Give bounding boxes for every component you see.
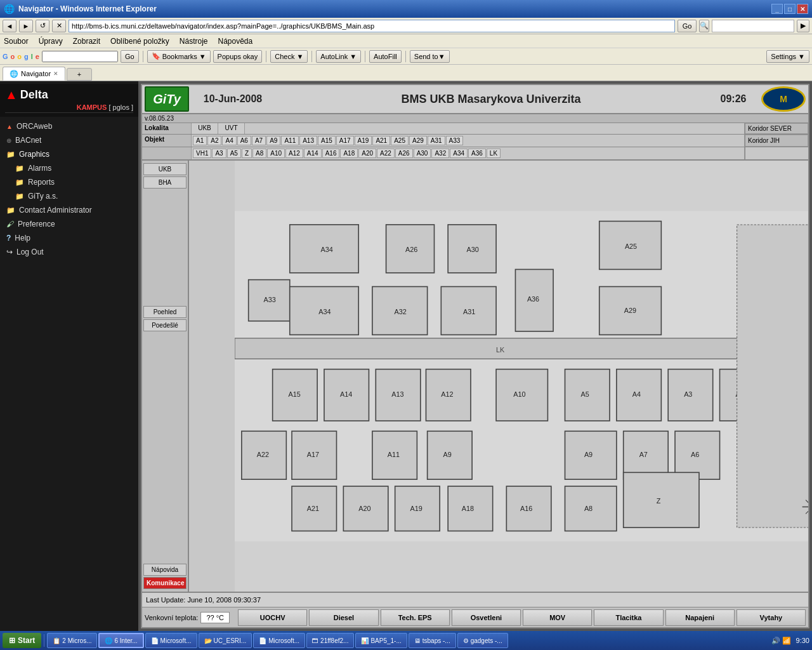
taskbar-app-6[interactable]: 🗔 21ff8ef2... [306,633,354,648]
menu-oblibene[interactable]: Oblíbené položky [110,37,169,46]
obj-a5[interactable]: A5 [227,149,241,158]
autolink-btn[interactable]: AutoLink ▼ [316,50,361,63]
menu-soubor[interactable]: Soubor [4,37,29,46]
obj-a6[interactable]: A6 [237,136,251,145]
sidebar-item-graphics[interactable]: 📁 Graphics [0,147,138,161]
back-button[interactable]: ◄ [3,20,16,32]
btn-mov[interactable]: MOV [523,609,592,626]
taskbar-app-7[interactable]: 📊 BAP5_1-... [355,633,407,648]
title-controls[interactable]: _ □ ✕ [771,4,808,14]
menu-upravy[interactable]: Úpravy [39,37,63,46]
fp-nav-napovida[interactable]: Nápovida [143,564,187,576]
btn-tlacitka[interactable]: Tlacitka [594,609,663,626]
obj-a20[interactable]: A20 [358,149,376,158]
obj-a11[interactable]: A11 [281,136,299,145]
sidebar-item-alarms[interactable]: 📁 Alarms [0,161,138,175]
fp-nav-ukb[interactable]: UKB [143,163,187,175]
url-input[interactable] [69,20,675,32]
obj-a33[interactable]: A33 [446,136,464,145]
btn-tech-eps[interactable]: Tech. EPS [381,609,450,626]
tab-navigator[interactable]: 🌐 Navigator ✕ [3,67,65,81]
obj-a30[interactable]: A30 [414,149,431,158]
sidebar-item-bacnet[interactable]: ⊕ BACnet [0,133,138,147]
fp-nav-bha[interactable]: BHA [143,176,187,189]
obj-a36[interactable]: A36 [468,149,486,158]
taskbar-app-5[interactable]: 📄 Microsoft... [253,633,305,648]
minimize-btn[interactable]: _ [771,4,783,14]
obj-lk[interactable]: LK [487,149,501,158]
sidebar-item-help[interactable]: ? Help [0,231,138,245]
check-btn[interactable]: Check ▼ [270,50,308,63]
obj-a26[interactable]: A26 [395,149,413,158]
obj-vh1[interactable]: VH1 [193,149,211,158]
search-input[interactable] [712,20,794,32]
obj-a29[interactable]: A29 [409,136,427,145]
tab-close-btn[interactable]: ✕ [53,70,58,77]
search-go-button[interactable]: ▶ [797,20,809,32]
menu-nastroje[interactable]: Nástroje [180,37,208,46]
btn-napajeni[interactable]: Napajeni [665,609,735,626]
btn-uochv[interactable]: UOCHV [238,609,307,626]
taskbar-app-3[interactable]: 📄 Microsoft... [145,633,197,648]
obj-a14[interactable]: A14 [304,149,322,158]
close-btn[interactable]: ✕ [797,4,808,14]
obj-a15[interactable]: A15 [318,136,336,145]
go-button[interactable]: Go [678,20,697,32]
fp-nav-komunikace[interactable]: Komunikace [143,577,187,589]
taskbar-app-2[interactable]: 🌐 6 Inter... [98,633,143,648]
obj-a16[interactable]: A16 [322,149,340,158]
new-tab-btn[interactable]: + [67,68,92,81]
sendto-btn[interactable]: Send to▼ [410,50,450,63]
fp-nav-poehled[interactable]: Poehled [143,306,187,318]
obj-a3[interactable]: A3 [212,149,226,158]
taskbar-app-1[interactable]: 📋 2 Micros... [47,633,97,648]
sidebar-item-contact[interactable]: 📁 Contact Administrator [0,203,138,217]
obj-a17[interactable]: A17 [336,136,354,145]
refresh-button[interactable]: ↺ [36,20,49,32]
uvt-btn[interactable]: UVT [218,123,245,134]
taskbar-app-9[interactable]: ⚙ gadgets -... [457,633,508,648]
taskbar-app-4[interactable]: 📂 UC_ESRI... [199,633,252,648]
obj-a21[interactable]: A21 [372,136,390,145]
obj-a25[interactable]: A25 [391,136,409,145]
settings-btn[interactable]: Settings ▼ [766,50,809,63]
obj-a31[interactable]: A31 [428,136,445,145]
popups-btn[interactable]: Popups okay [213,50,263,63]
obj-a12[interactable]: A12 [285,149,303,158]
sidebar-item-reports[interactable]: 📁 Reports [0,175,138,189]
bookmarks-btn[interactable]: 🔖Bookmarks ▼ [147,50,211,63]
obj-a34[interactable]: A34 [450,149,468,158]
maximize-btn[interactable]: □ [784,4,796,14]
obj-a22[interactable]: A22 [377,149,395,158]
taskbar-app-8[interactable]: 🖥 tsbaps -... [409,633,456,648]
sidebar-item-logout[interactable]: ↪ Log Out [0,245,138,259]
obj-z[interactable]: Z [242,149,252,158]
btn-diesel[interactable]: Diesel [309,609,378,626]
google-go-btn[interactable]: Go [121,50,139,63]
obj-a10[interactable]: A10 [267,149,285,158]
stop-button[interactable]: ✕ [52,20,66,32]
forward-button[interactable]: ► [19,20,33,32]
menu-zobrazit[interactable]: Zobrazit [73,37,100,46]
fp-nav-poedelse[interactable]: Poedešlé [143,319,187,331]
sidebar-item-orcaweb[interactable]: ▲ ORCAweb [0,119,138,133]
obj-a9[interactable]: A9 [266,136,280,145]
start-button[interactable]: ⊞ Start [3,633,41,648]
obj-a32[interactable]: A32 [431,149,449,158]
ukb-btn[interactable]: UKB [192,123,218,134]
obj-a8[interactable]: A8 [252,149,266,158]
obj-a1[interactable]: A1 [193,136,207,145]
obj-a2[interactable]: A2 [207,136,221,145]
google-search-input[interactable] [42,51,118,62]
obj-a13[interactable]: A13 [299,136,317,145]
obj-a18[interactable]: A18 [340,149,358,158]
obj-a19[interactable]: A19 [355,136,372,145]
btn-vytahy[interactable]: Vytahy [737,609,806,626]
sidebar-item-preference[interactable]: 🖌 Preference [0,217,138,231]
obj-a7[interactable]: A7 [252,136,266,145]
autofill-btn[interactable]: AutoFill [369,50,402,63]
menu-napoveda[interactable]: Nápověda [218,37,253,46]
btn-osvetleni[interactable]: Osvetleni [452,609,521,626]
obj-a4[interactable]: A4 [222,136,236,145]
sidebar-item-gity[interactable]: 📁 GiTy a.s. [0,189,138,203]
